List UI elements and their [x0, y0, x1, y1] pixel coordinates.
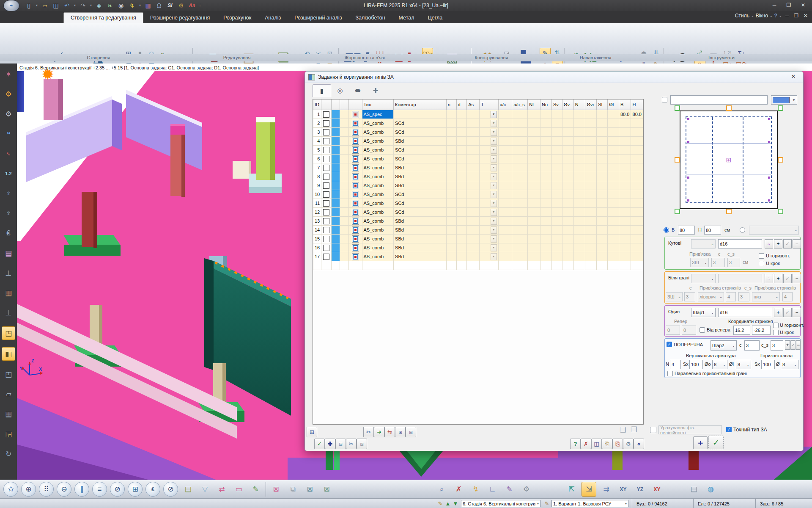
- proj-xz-icon[interactable]: ⇱: [565, 482, 579, 496]
- add-bar-button[interactable]: +: [774, 274, 782, 283]
- frame-pink-icon[interactable]: ▭: [232, 482, 246, 496]
- block-3d-icon[interactable]: ◧: [2, 347, 15, 361]
- t-dropdown[interactable]: ▼: [491, 155, 497, 163]
- t-dropdown[interactable]: ▼: [491, 146, 497, 154]
- select-ruler-icon[interactable]: ⊘: [163, 482, 178, 497]
- flags-26-icon[interactable]: ²₆: [2, 147, 15, 160]
- confirm-row-button[interactable]: ✓: [314, 439, 325, 449]
- row-checkbox[interactable]: [323, 218, 329, 224]
- row-checkbox[interactable]: [323, 138, 329, 144]
- bilya-n1-input[interactable]: 4: [726, 292, 736, 301]
- row-checkbox[interactable]: [323, 156, 329, 162]
- table-row[interactable]: 15AS_combSBd▼: [313, 235, 643, 243]
- save-table-button[interactable]: ◫: [591, 439, 602, 449]
- apply-bar-button[interactable]: ✓: [790, 340, 796, 350]
- clamp2-icon[interactable]: ⊥: [2, 306, 15, 319]
- row-checkbox[interactable]: [323, 254, 329, 260]
- add-row-button[interactable]: ✚: [325, 439, 335, 449]
- frame-close-icon[interactable]: ⊠: [320, 482, 334, 496]
- select-grid-icon[interactable]: ⊞: [128, 482, 143, 497]
- cut-table2-button[interactable]: ⧆: [406, 427, 416, 437]
- coord-x-input[interactable]: 16.2: [733, 326, 750, 335]
- t-dropdown[interactable]: ▼: [491, 244, 497, 251]
- select-point-icon[interactable]: ⊘: [110, 482, 125, 497]
- row-type-icon[interactable]: [352, 164, 359, 171]
- apply-bar-button[interactable]: ✓: [783, 308, 792, 317]
- add-type-button[interactable]: ＋: [693, 436, 708, 449]
- row-type-icon[interactable]: [352, 129, 359, 136]
- t-dropdown[interactable]: ▼: [491, 226, 497, 234]
- parallel-checkbox[interactable]: [667, 371, 673, 376]
- import-button[interactable]: ⎗: [602, 439, 612, 449]
- reper1-input[interactable]: 0: [666, 326, 680, 335]
- table-row[interactable]: 12AS_combSCd▼: [313, 208, 643, 217]
- t-dropdown[interactable]: ▼: [491, 253, 497, 260]
- apply-type-button[interactable]: ✓: [708, 436, 724, 449]
- row-checkbox[interactable]: [323, 236, 329, 242]
- filter-icon[interactable]: ▽: [198, 482, 212, 496]
- copy-selection-button[interactable]: ⧈: [335, 439, 346, 449]
- handle-mid[interactable]: [726, 209, 732, 214]
- doc-edit-icon[interactable]: ▤: [687, 482, 701, 496]
- handle-mid[interactable]: [675, 157, 680, 163]
- row-type-icon[interactable]: [352, 182, 359, 189]
- color-select[interactable]: ▼: [771, 95, 797, 105]
- column-header-a/c[interactable]: a/c: [498, 99, 512, 110]
- overflow-icon[interactable]: ᎒: [198, 0, 202, 10]
- u-horiz-checkbox[interactable]: [773, 323, 779, 328]
- column-header-Øv[interactable]: Øv: [562, 99, 573, 110]
- poperechna-checkbox[interactable]: ✓: [667, 342, 672, 347]
- extrude-icon[interactable]: ◳: [2, 326, 15, 340]
- row-checkbox[interactable]: [323, 245, 329, 251]
- column-header-a/c_s[interactable]: a/c_s: [512, 99, 528, 110]
- dialog-close-icon[interactable]: ✕: [788, 73, 799, 81]
- handle-corner[interactable]: [675, 105, 680, 111]
- dropdown-icon[interactable]: ▾: [35, 0, 39, 10]
- table-row[interactable]: 9AS_combSBd▼: [313, 181, 643, 190]
- reper2-input[interactable]: 0: [682, 326, 696, 335]
- row-type-icon[interactable]: [352, 155, 359, 163]
- column-header-Тип[interactable]: Тип: [362, 99, 394, 110]
- copy-gray-button[interactable]: ❏: [618, 425, 628, 435]
- kutovi-combo[interactable]: ⌄: [691, 239, 716, 248]
- bars-3d-icon[interactable]: ▥: [143, 0, 153, 10]
- minimize-icon[interactable]: ─: [767, 0, 782, 10]
- handle-mid[interactable]: [726, 105, 732, 111]
- bricks-icon[interactable]: ▦: [2, 287, 15, 299]
- cut-table-button[interactable]: ⧆: [395, 427, 406, 437]
- brush-icon[interactable]: ✎: [249, 482, 263, 496]
- frame-arrow-icon[interactable]: ⧉: [286, 482, 300, 496]
- gear-orange-icon[interactable]: ⚙: [2, 88, 15, 100]
- column-header-T[interactable]: T: [480, 99, 499, 110]
- si-units-icon[interactable]: Si: [165, 0, 175, 10]
- table-row[interactable]: 13AS_combSBd▼: [313, 217, 643, 226]
- row-type-icon[interactable]: [352, 111, 359, 118]
- t-dropdown[interactable]: ▼: [491, 173, 497, 180]
- column-header-B[interactable]: B: [619, 99, 631, 110]
- column-header-H[interactable]: H: [631, 99, 643, 110]
- row-checkbox[interactable]: [323, 174, 329, 180]
- stage-down-icon[interactable]: ▼: [452, 500, 459, 507]
- cut-selection-button[interactable]: ✂: [346, 439, 357, 449]
- app-logo[interactable]: ⌁: [3, 0, 19, 11]
- proj-red-icon[interactable]: XY: [650, 482, 664, 496]
- table-row[interactable]: 10AS_combSCd▼: [313, 190, 643, 199]
- swap-direction-button[interactable]: ⇆: [384, 427, 395, 437]
- column-header-Sl[interactable]: Sl: [597, 99, 608, 110]
- o-combo[interactable]: 8⌄: [781, 360, 798, 369]
- book-3d-icon[interactable]: ▤: [181, 482, 195, 496]
- poperechna-c-input[interactable]: 3: [744, 340, 760, 351]
- row-checkbox[interactable]: [323, 182, 329, 189]
- poperechna-layer-combo[interactable]: Шар2⌄: [710, 340, 737, 351]
- collapse-button[interactable]: «: [634, 439, 644, 449]
- ribbon-tab-8[interactable]: Цегла: [421, 13, 450, 23]
- bh-radio[interactable]: [664, 227, 669, 233]
- column-header-N[interactable]: N: [573, 99, 585, 110]
- t-dropdown[interactable]: ▼: [491, 111, 497, 118]
- paint-icon[interactable]: ✎: [502, 482, 516, 496]
- n-input[interactable]: 4: [670, 360, 681, 369]
- lightning-icon[interactable]: ↯: [127, 0, 137, 10]
- row-type-icon[interactable]: [352, 200, 359, 207]
- mdi-restore-icon[interactable]: ❐: [792, 13, 800, 19]
- camera-icon[interactable]: ◉: [116, 0, 126, 10]
